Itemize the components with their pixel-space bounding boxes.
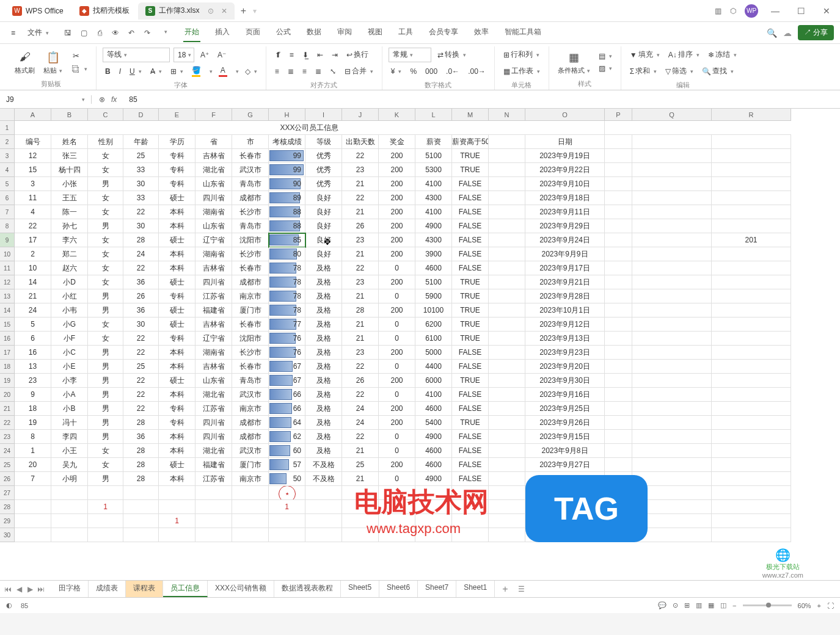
cell[interactable]: 10100 (415, 303, 452, 318)
cell[interactable]: 小张 (51, 177, 88, 191)
cell[interactable]: 湖南省 (195, 205, 232, 219)
col-header-Q[interactable]: Q (632, 109, 712, 121)
cell[interactable]: 湖南省 (195, 346, 232, 360)
cell[interactable] (305, 486, 342, 500)
cell[interactable] (632, 528, 712, 542)
cell[interactable] (605, 303, 632, 318)
cell[interactable]: 23 (342, 163, 379, 177)
fill-color-button[interactable]: 🪣 (189, 65, 203, 78)
cell[interactable]: 2023年9月27日 (525, 458, 605, 472)
view-reader-icon[interactable]: ◫ (720, 601, 726, 609)
cell-score[interactable]: 78 (269, 303, 305, 318)
fullscreen-icon[interactable]: ⛶ (827, 602, 834, 609)
cell[interactable]: 201 (712, 233, 791, 247)
cell[interactable]: 吉林省 (195, 149, 232, 163)
sheet-tab-2[interactable]: 课程表 (126, 581, 163, 597)
cell[interactable]: 女 (88, 332, 123, 346)
cell[interactable] (489, 191, 525, 205)
cell[interactable]: 小B (51, 402, 88, 416)
ribbon-tab-10[interactable]: 智能工具箱 (503, 23, 542, 42)
worksheet-button[interactable]: ▦ 工作表▾ (501, 65, 542, 78)
cell[interactable]: 28 (123, 444, 159, 458)
cell[interactable] (123, 486, 159, 500)
cell[interactable]: FALSE (452, 219, 489, 233)
cell-score[interactable]: 80 (269, 247, 305, 261)
cell[interactable]: 男 (88, 416, 123, 430)
cell[interactable]: 22 (342, 191, 379, 205)
cell[interactable]: 2023年9月9日 (525, 247, 605, 261)
cell[interactable] (489, 374, 525, 388)
cell[interactable] (415, 486, 452, 500)
cell[interactable]: 硕士 (159, 191, 195, 205)
preview-icon[interactable]: 👁 (110, 29, 121, 37)
cell[interactable]: 5300 (415, 163, 452, 177)
cell[interactable]: 李六 (51, 233, 88, 247)
col-header-M[interactable]: M (452, 109, 489, 121)
cell[interactable] (489, 360, 525, 374)
sheet-tab-1[interactable]: 成绩表 (89, 581, 126, 597)
cell[interactable]: 专科 (159, 402, 195, 416)
cell[interactable] (489, 233, 525, 247)
sum-button[interactable]: Σ 求和▾ (627, 65, 659, 78)
cell[interactable]: 1 (269, 500, 305, 514)
cell[interactable]: 本科 (159, 430, 195, 444)
cell[interactable]: TRUE (452, 374, 489, 388)
cell-score[interactable]: 85 (269, 233, 305, 247)
cell[interactable]: 200 (379, 205, 415, 219)
cell[interactable] (605, 289, 632, 303)
file-menu[interactable]: 文件▾ (23, 25, 54, 40)
cell[interactable]: 等级 (305, 135, 342, 149)
cell[interactable] (712, 303, 791, 318)
select-all-corner[interactable] (0, 109, 15, 121)
cell[interactable]: 年龄 (123, 135, 159, 149)
cell[interactable] (712, 514, 791, 528)
table-style-button[interactable]: ▤▾ (596, 51, 615, 62)
cell[interactable] (342, 486, 379, 500)
cell[interactable]: 5100 (415, 275, 452, 289)
cell[interactable] (632, 289, 712, 303)
cell[interactable] (232, 500, 269, 514)
cell[interactable]: 小G (51, 318, 88, 332)
cell[interactable]: 10 (15, 261, 51, 275)
cell[interactable]: FALSE (452, 247, 489, 261)
cell[interactable]: 小D (51, 275, 88, 289)
cell[interactable]: 沈阳市 (232, 332, 269, 346)
clear-format-button[interactable]: ◇▾ (243, 66, 260, 77)
cell[interactable]: 4600 (415, 458, 452, 472)
cell[interactable]: 12 (15, 149, 51, 163)
col-header-F[interactable]: F (195, 109, 232, 121)
row-header-29[interactable]: 29 (0, 514, 15, 528)
cell[interactable]: TRUE (452, 149, 489, 163)
cell[interactable] (632, 219, 712, 233)
row-header-11[interactable]: 11 (0, 261, 15, 275)
cell[interactable]: TRUE (452, 416, 489, 430)
align-right-button[interactable]: ≡ (300, 66, 309, 77)
ribbon-tab-7[interactable]: 工具 (397, 23, 414, 42)
cell[interactable] (605, 275, 632, 289)
cell[interactable]: 女 (88, 149, 123, 163)
cell[interactable] (379, 500, 415, 514)
sheet-list-icon[interactable]: ☰ (518, 585, 525, 593)
row-header-25[interactable]: 25 (0, 458, 15, 472)
cell[interactable]: 18 (15, 402, 51, 416)
cell[interactable]: TRUE (452, 332, 489, 346)
cloud-icon[interactable]: ☁ (783, 28, 792, 38)
zoom-value[interactable]: 60% (798, 602, 811, 609)
cell[interactable]: 及格 (305, 332, 342, 346)
cell[interactable] (632, 458, 712, 472)
cell[interactable]: 30 (123, 177, 159, 191)
cell[interactable]: 5900 (415, 289, 452, 303)
cell[interactable]: 男 (88, 388, 123, 402)
cell[interactable]: 28 (123, 458, 159, 472)
cell[interactable]: 2023年9月18日 (525, 191, 605, 205)
cell[interactable] (525, 486, 605, 500)
italic-button[interactable]: I (117, 66, 123, 77)
cell[interactable]: 24 (123, 247, 159, 261)
cell[interactable] (712, 458, 791, 472)
cell[interactable]: 4900 (415, 219, 452, 233)
cell[interactable]: 2023年9月25日 (525, 402, 605, 416)
cell[interactable] (632, 135, 712, 149)
cell[interactable] (712, 416, 791, 430)
cell[interactable]: 2023年9月28日 (525, 289, 605, 303)
comma-button[interactable]: 000 (423, 66, 440, 77)
